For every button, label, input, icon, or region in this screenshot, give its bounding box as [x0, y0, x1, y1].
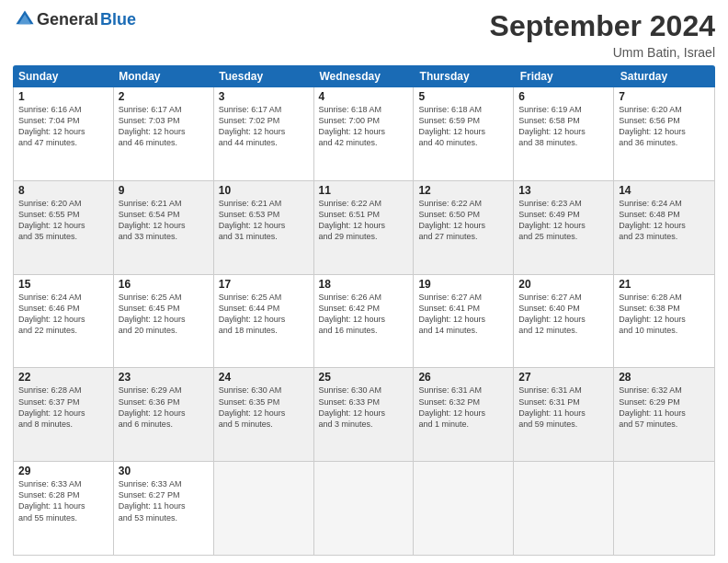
calendar-cell [614, 462, 714, 555]
header-day-sunday: Sunday [13, 65, 113, 87]
day-info: Sunrise: 6:16 AM Sunset: 7:04 PM Dayligh… [18, 104, 108, 149]
day-number: 1 [18, 90, 108, 103]
day-info: Sunrise: 6:20 AM Sunset: 6:56 PM Dayligh… [619, 104, 710, 149]
calendar: SundayMondayTuesdayWednesdayThursdayFrid… [13, 65, 715, 556]
title-section: September 2024 Umm Batin, Israel [490, 9, 715, 60]
location: Umm Batin, Israel [490, 45, 715, 60]
day-number: 8 [18, 184, 108, 197]
day-number: 14 [619, 184, 710, 197]
day-info: Sunrise: 6:27 AM Sunset: 6:40 PM Dayligh… [518, 292, 609, 337]
calendar-cell [314, 462, 415, 555]
calendar-cell: 7Sunrise: 6:20 AM Sunset: 6:56 PM Daylig… [614, 87, 714, 180]
day-info: Sunrise: 6:18 AM Sunset: 6:59 PM Dayligh… [418, 104, 508, 149]
header: General Blue September 2024 Umm Batin, I… [13, 9, 715, 60]
day-number: 29 [18, 465, 108, 477]
day-info: Sunrise: 6:20 AM Sunset: 6:55 PM Dayligh… [18, 198, 108, 243]
day-info: Sunrise: 6:32 AM Sunset: 6:29 PM Dayligh… [619, 385, 710, 430]
calendar-cell: 28Sunrise: 6:32 AM Sunset: 6:29 PM Dayli… [614, 368, 714, 461]
calendar-cell: 30Sunrise: 6:33 AM Sunset: 6:27 PM Dayli… [114, 462, 214, 555]
calendar-cell: 21Sunrise: 6:28 AM Sunset: 6:38 PM Dayli… [614, 275, 714, 368]
calendar-cell: 12Sunrise: 6:22 AM Sunset: 6:50 PM Dayli… [414, 181, 514, 274]
calendar-body: 1Sunrise: 6:16 AM Sunset: 7:04 PM Daylig… [13, 87, 715, 556]
header-day-thursday: Thursday [415, 65, 515, 87]
day-number: 11 [319, 184, 409, 197]
day-info: Sunrise: 6:33 AM Sunset: 6:28 PM Dayligh… [18, 478, 108, 523]
logo: General Blue [13, 9, 136, 29]
day-info: Sunrise: 6:33 AM Sunset: 6:27 PM Dayligh… [119, 478, 209, 523]
day-info: Sunrise: 6:24 AM Sunset: 6:48 PM Dayligh… [619, 198, 710, 243]
calendar-row-0: 1Sunrise: 6:16 AM Sunset: 7:04 PM Daylig… [14, 87, 714, 181]
day-info: Sunrise: 6:27 AM Sunset: 6:41 PM Dayligh… [418, 292, 508, 337]
calendar-cell: 8Sunrise: 6:20 AM Sunset: 6:55 PM Daylig… [14, 181, 114, 274]
day-info: Sunrise: 6:31 AM Sunset: 6:31 PM Dayligh… [518, 385, 609, 430]
day-info: Sunrise: 6:17 AM Sunset: 7:02 PM Dayligh… [219, 104, 309, 149]
calendar-cell: 5Sunrise: 6:18 AM Sunset: 6:59 PM Daylig… [414, 87, 514, 180]
day-number: 30 [119, 465, 209, 477]
day-number: 19 [418, 278, 508, 291]
header-day-saturday: Saturday [615, 65, 715, 87]
header-day-tuesday: Tuesday [213, 65, 313, 87]
calendar-row-4: 29Sunrise: 6:33 AM Sunset: 6:28 PM Dayli… [14, 462, 714, 555]
header-day-wednesday: Wednesday [313, 65, 414, 87]
day-number: 10 [219, 184, 309, 197]
day-info: Sunrise: 6:18 AM Sunset: 7:00 PM Dayligh… [319, 104, 409, 149]
day-info: Sunrise: 6:22 AM Sunset: 6:51 PM Dayligh… [319, 198, 409, 243]
calendar-cell: 29Sunrise: 6:33 AM Sunset: 6:28 PM Dayli… [14, 462, 114, 555]
calendar-cell: 9Sunrise: 6:21 AM Sunset: 6:54 PM Daylig… [114, 181, 214, 274]
calendar-cell: 10Sunrise: 6:21 AM Sunset: 6:53 PM Dayli… [214, 181, 314, 274]
day-info: Sunrise: 6:25 AM Sunset: 6:45 PM Dayligh… [119, 292, 209, 337]
day-number: 24 [219, 371, 309, 384]
day-number: 28 [619, 371, 710, 384]
day-info: Sunrise: 6:30 AM Sunset: 6:35 PM Dayligh… [219, 385, 309, 430]
calendar-cell: 22Sunrise: 6:28 AM Sunset: 6:37 PM Dayli… [14, 368, 114, 461]
calendar-cell: 11Sunrise: 6:22 AM Sunset: 6:51 PM Dayli… [314, 181, 415, 274]
day-number: 23 [119, 371, 209, 384]
logo-text: General Blue [13, 9, 136, 29]
calendar-row-2: 15Sunrise: 6:24 AM Sunset: 6:46 PM Dayli… [14, 275, 714, 369]
day-number: 26 [418, 371, 508, 384]
calendar-cell: 6Sunrise: 6:19 AM Sunset: 6:58 PM Daylig… [514, 87, 614, 180]
calendar-cell: 2Sunrise: 6:17 AM Sunset: 7:03 PM Daylig… [114, 87, 214, 180]
calendar-cell: 15Sunrise: 6:24 AM Sunset: 6:46 PM Dayli… [14, 275, 114, 368]
day-number: 6 [518, 90, 609, 103]
calendar-cell: 4Sunrise: 6:18 AM Sunset: 7:00 PM Daylig… [314, 87, 415, 180]
day-info: Sunrise: 6:17 AM Sunset: 7:03 PM Dayligh… [119, 104, 209, 149]
day-number: 7 [619, 90, 710, 103]
calendar-cell: 20Sunrise: 6:27 AM Sunset: 6:40 PM Dayli… [514, 275, 614, 368]
day-number: 22 [18, 371, 108, 384]
day-number: 16 [119, 278, 209, 291]
day-info: Sunrise: 6:28 AM Sunset: 6:38 PM Dayligh… [619, 292, 710, 337]
calendar-row-1: 8Sunrise: 6:20 AM Sunset: 6:55 PM Daylig… [14, 181, 714, 275]
day-number: 25 [319, 371, 409, 384]
calendar-cell: 3Sunrise: 6:17 AM Sunset: 7:02 PM Daylig… [214, 87, 314, 180]
day-number: 2 [119, 90, 209, 103]
day-number: 3 [219, 90, 309, 103]
day-info: Sunrise: 6:23 AM Sunset: 6:49 PM Dayligh… [518, 198, 609, 243]
day-number: 21 [619, 278, 710, 291]
day-info: Sunrise: 6:28 AM Sunset: 6:37 PM Dayligh… [18, 385, 108, 430]
calendar-cell: 24Sunrise: 6:30 AM Sunset: 6:35 PM Dayli… [214, 368, 314, 461]
calendar-cell: 17Sunrise: 6:25 AM Sunset: 6:44 PM Dayli… [214, 275, 314, 368]
calendar-cell [414, 462, 514, 555]
calendar-cell: 14Sunrise: 6:24 AM Sunset: 6:48 PM Dayli… [614, 181, 714, 274]
day-info: Sunrise: 6:25 AM Sunset: 6:44 PM Dayligh… [219, 292, 309, 337]
calendar-cell: 25Sunrise: 6:30 AM Sunset: 6:33 PM Dayli… [314, 368, 415, 461]
calendar-cell: 26Sunrise: 6:31 AM Sunset: 6:32 PM Dayli… [414, 368, 514, 461]
calendar-header: SundayMondayTuesdayWednesdayThursdayFrid… [13, 65, 715, 87]
header-day-friday: Friday [515, 65, 615, 87]
day-info: Sunrise: 6:29 AM Sunset: 6:36 PM Dayligh… [119, 385, 209, 430]
day-info: Sunrise: 6:21 AM Sunset: 6:54 PM Dayligh… [119, 198, 209, 243]
logo-general: General [37, 10, 98, 29]
day-info: Sunrise: 6:26 AM Sunset: 6:42 PM Dayligh… [319, 292, 409, 337]
calendar-cell [514, 462, 614, 555]
header-day-monday: Monday [113, 65, 213, 87]
calendar-cell: 1Sunrise: 6:16 AM Sunset: 7:04 PM Daylig… [14, 87, 114, 180]
day-number: 15 [18, 278, 108, 291]
day-number: 17 [219, 278, 309, 291]
day-number: 20 [518, 278, 609, 291]
day-number: 5 [418, 90, 508, 103]
logo-icon [15, 9, 35, 29]
calendar-cell: 23Sunrise: 6:29 AM Sunset: 6:36 PM Dayli… [114, 368, 214, 461]
day-info: Sunrise: 6:30 AM Sunset: 6:33 PM Dayligh… [319, 385, 409, 430]
calendar-cell: 18Sunrise: 6:26 AM Sunset: 6:42 PM Dayli… [314, 275, 415, 368]
